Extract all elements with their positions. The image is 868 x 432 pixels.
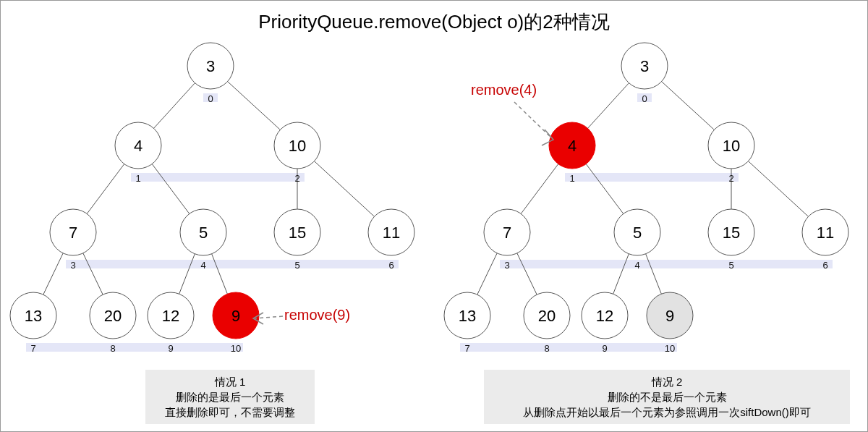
svg-text:1: 1 [135, 173, 140, 184]
caption-left-line2: 直接删除即可，不需要调整 [154, 405, 306, 420]
svg-text:13: 13 [25, 307, 42, 325]
svg-text:20: 20 [538, 307, 556, 325]
svg-text:3: 3 [70, 260, 75, 271]
svg-text:0: 0 [208, 93, 213, 104]
caption-left-title: 情况 1 [154, 374, 306, 389]
diagram-frame: PriorityQueue.remove(Object o)的2种情况 3041… [0, 0, 868, 432]
svg-line-5 [228, 82, 281, 130]
svg-text:8: 8 [544, 343, 549, 354]
svg-rect-51 [460, 343, 677, 352]
tree-right: 30411027354155116137208129910 [435, 1, 868, 432]
svg-text:15: 15 [723, 224, 740, 242]
svg-text:6: 6 [388, 260, 393, 271]
svg-text:4: 4 [568, 137, 576, 155]
svg-line-4 [154, 83, 195, 129]
svg-text:9: 9 [602, 343, 607, 354]
svg-text:11: 11 [383, 224, 400, 242]
caption-right-title: 情况 2 [493, 374, 841, 389]
svg-line-6 [87, 164, 124, 214]
svg-rect-1 [131, 173, 305, 182]
svg-text:10: 10 [231, 343, 241, 354]
annotation-left: remove(9) [284, 307, 350, 323]
svg-text:3: 3 [504, 260, 509, 271]
svg-text:10: 10 [289, 137, 306, 155]
svg-text:9: 9 [231, 307, 240, 325]
svg-text:4: 4 [134, 137, 142, 155]
svg-text:20: 20 [104, 307, 122, 325]
svg-text:4: 4 [634, 260, 639, 271]
svg-text:7: 7 [69, 224, 77, 242]
caption-left-line1: 删除的是最后一个元素 [154, 389, 306, 405]
svg-text:15: 15 [289, 224, 306, 242]
svg-line-54 [521, 164, 558, 214]
svg-line-11 [83, 253, 103, 295]
svg-text:8: 8 [110, 343, 115, 354]
svg-line-59 [517, 253, 537, 295]
svg-text:11: 11 [817, 224, 834, 242]
svg-text:4: 4 [200, 260, 205, 271]
caption-right: 情况 2 删除的不是最后一个元素 从删除点开始以最后一个元素为参照调用一次sif… [484, 370, 850, 424]
svg-rect-50 [500, 260, 833, 268]
svg-text:2: 2 [728, 173, 733, 184]
svg-text:9: 9 [168, 343, 173, 354]
svg-line-7 [152, 164, 190, 214]
svg-text:5: 5 [728, 260, 733, 271]
svg-line-95 [514, 102, 552, 138]
svg-text:5: 5 [294, 260, 299, 271]
svg-text:13: 13 [459, 307, 476, 325]
svg-text:7: 7 [464, 343, 469, 354]
svg-text:7: 7 [30, 343, 35, 354]
svg-text:12: 12 [596, 307, 613, 325]
svg-text:12: 12 [162, 307, 179, 325]
svg-text:0: 0 [642, 93, 647, 104]
svg-text:2: 2 [294, 173, 299, 184]
svg-line-55 [586, 164, 624, 214]
svg-line-58 [477, 253, 497, 295]
svg-line-57 [749, 161, 809, 217]
svg-text:3: 3 [640, 57, 649, 75]
caption-left: 情况 1 删除的是最后一个元素 直接删除即可，不需要调整 [145, 370, 315, 424]
tree-left: 30411027354155116137208129910 [1, 1, 435, 432]
svg-text:7: 7 [503, 224, 511, 242]
svg-text:5: 5 [199, 224, 208, 242]
svg-text:6: 6 [822, 260, 827, 271]
svg-text:3: 3 [206, 57, 215, 75]
svg-line-10 [43, 253, 63, 295]
caption-right-line2: 从删除点开始以最后一个元素为参照调用一次siftDown()即可 [493, 405, 841, 420]
svg-text:5: 5 [633, 224, 642, 242]
svg-line-52 [588, 83, 629, 129]
svg-rect-49 [565, 173, 739, 182]
svg-text:9: 9 [665, 307, 674, 325]
svg-rect-2 [66, 260, 399, 268]
svg-text:10: 10 [723, 137, 740, 155]
svg-text:1: 1 [569, 173, 574, 184]
svg-text:10: 10 [665, 343, 675, 354]
svg-rect-3 [26, 343, 243, 352]
svg-line-53 [662, 82, 715, 130]
svg-line-9 [315, 161, 375, 217]
caption-right-line1: 删除的不是最后一个元素 [493, 389, 841, 405]
annotation-right: remove(4) [471, 82, 537, 98]
